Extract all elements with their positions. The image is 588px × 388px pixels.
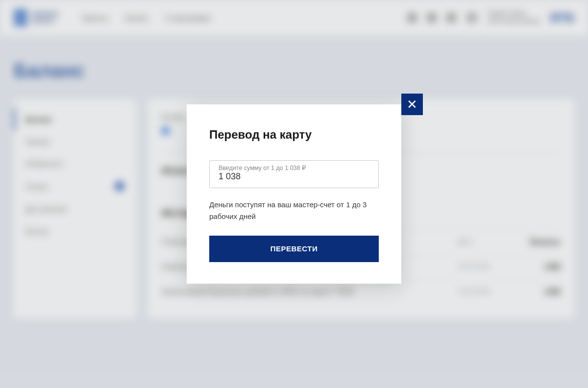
amount-input[interactable] [219,171,369,182]
transfer-modal: Перевод на карту Введите сумму от 1 до 1… [187,104,401,284]
modal-hint: Деньги поступят на ваш мастер-счет от 1 … [209,199,379,222]
modal-overlay[interactable]: ✕ Перевод на карту Введите сумму от 1 до… [0,0,588,388]
amount-input-label: Введите сумму от 1 до 1 038 ₽ [219,164,306,171]
transfer-button[interactable]: ПЕРЕВЕСТИ [209,236,379,262]
close-button[interactable]: ✕ [401,94,423,115]
amount-input-wrap[interactable]: Введите сумму от 1 до 1 038 ₽ [209,160,379,188]
modal-title: Перевод на карту [209,128,379,142]
close-icon: ✕ [407,97,417,112]
